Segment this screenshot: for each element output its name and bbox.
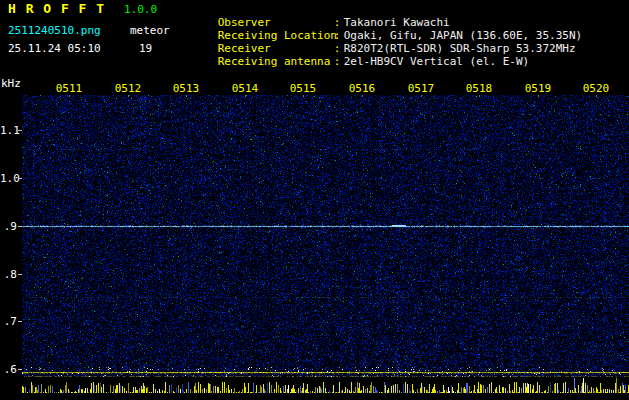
x-tick-label: 0520 bbox=[580, 82, 612, 95]
x-tick-label: 0516 bbox=[346, 82, 378, 95]
app-version: 1.0.0 bbox=[124, 3, 157, 16]
y-tick-label: .9 bbox=[0, 220, 17, 233]
y-tick-label: .6 bbox=[0, 363, 17, 376]
x-tick-label: 0517 bbox=[405, 82, 437, 95]
signal-meter-canvas bbox=[22, 378, 629, 397]
y-tick-label: .7 bbox=[0, 315, 17, 328]
spectrogram-canvas bbox=[22, 95, 629, 377]
info-colon: : bbox=[334, 16, 344, 29]
y-tick-label: .8 bbox=[0, 268, 17, 281]
x-tick-label: 0518 bbox=[463, 82, 495, 95]
info-row-observer: Observer:Takanori Kawachi bbox=[178, 3, 582, 16]
hrofft-screen: H R O F F T 1.0.0 2511240510.png meteor … bbox=[0, 0, 629, 400]
info-label: Receiving antenna bbox=[218, 55, 334, 68]
output-filename: 2511240510.png bbox=[8, 24, 101, 37]
info-colon: : bbox=[334, 29, 344, 42]
info-colon: : bbox=[334, 42, 344, 55]
info-value: 2el-HB9CV Vertical (el. E-W) bbox=[344, 55, 529, 68]
info-value: Ogaki, Gifu, JAPAN (136.60E, 35.35N) bbox=[344, 29, 582, 42]
x-tick-label: 0512 bbox=[112, 82, 144, 95]
info-label: Observer bbox=[218, 16, 334, 29]
mode-label: meteor bbox=[130, 24, 170, 37]
info-value: Takanori Kawachi bbox=[344, 16, 450, 29]
x-tick-label: 0519 bbox=[522, 82, 554, 95]
x-tick-label: 0513 bbox=[170, 82, 202, 95]
y-tick-label: 1.1 bbox=[0, 124, 17, 137]
station-info: Observer:Takanori Kawachi Receiving Loca… bbox=[178, 3, 582, 55]
x-tick-label: 0514 bbox=[229, 82, 261, 95]
x-tick-label: 0515 bbox=[287, 82, 319, 95]
info-colon: : bbox=[334, 55, 344, 68]
info-label: Receiving Location bbox=[218, 29, 334, 42]
y-axis-unit: kHz bbox=[1, 77, 21, 90]
info-label: Receiver bbox=[218, 42, 334, 55]
x-tick-label: 0511 bbox=[53, 82, 85, 95]
app-title: H R O F F T bbox=[8, 2, 105, 15]
datetime-label: 25.11.24 05:10 bbox=[8, 42, 101, 55]
info-value: R820T2(RTL-SDR) SDR-Sharp 53.372MHz bbox=[344, 42, 576, 55]
y-tick-label: 1.0 bbox=[0, 172, 17, 185]
meteor-count: 19 bbox=[139, 42, 152, 55]
